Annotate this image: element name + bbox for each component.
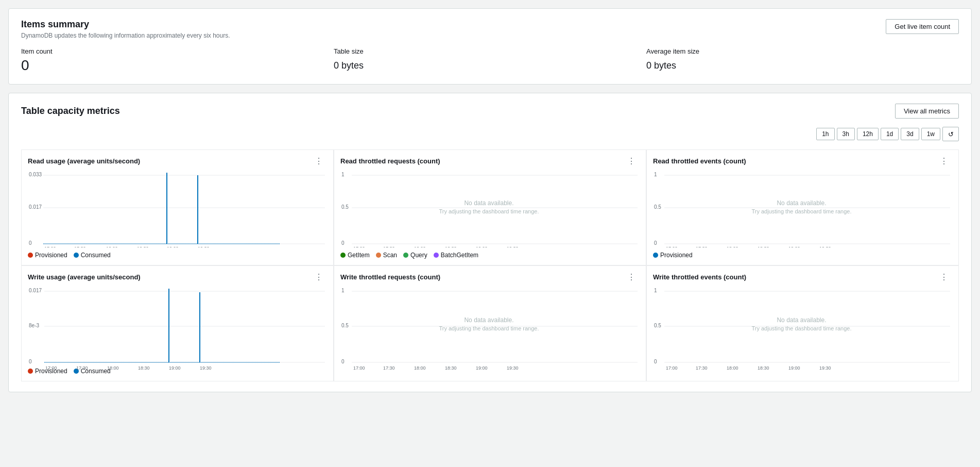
svg-text:19:30: 19:30: [507, 365, 519, 371]
svg-text:17:00: 17:00: [353, 365, 365, 371]
legend-getitem: GetItem: [340, 252, 370, 259]
read-throttled-requests-header: Read throttled requests (count) ⋮: [340, 156, 638, 166]
svg-text:0.5: 0.5: [654, 323, 661, 328]
svg-text:19:00: 19:00: [169, 365, 181, 371]
svg-text:18:00: 18:00: [106, 246, 118, 247]
write-throttled-requests-chart: Write throttled requests (count) ⋮ 1 0.5…: [334, 265, 646, 381]
read-throttled-requests-legend: GetItem Scan Query BatchGetItem: [340, 252, 638, 259]
svg-text:No data available.: No data available.: [464, 199, 513, 207]
write-throttled-events-menu-button[interactable]: ⋮: [938, 272, 950, 282]
table-size-value: 0 bytes: [334, 57, 646, 71]
scan-dot: [376, 253, 381, 258]
time-btn-12h[interactable]: 12h: [857, 128, 879, 140]
item-count-value: 0: [21, 57, 334, 74]
legend-scan: Scan: [376, 252, 397, 259]
svg-text:17:00: 17:00: [44, 246, 56, 247]
svg-text:Try adjusting the dashboard ti: Try adjusting the dashboard time range.: [439, 325, 539, 331]
write-throttled-requests-menu-button[interactable]: ⋮: [625, 272, 638, 282]
time-btn-3d[interactable]: 3d: [901, 128, 919, 140]
query-label: Query: [410, 252, 427, 259]
items-summary-subtitle: DynamoDB updates the following informati…: [21, 32, 230, 39]
read-usage-legend: Provisioned Consumed: [28, 252, 325, 259]
items-metrics-row: Item count 0 Table size 0 bytes Average …: [21, 47, 959, 74]
legend-provisioned: Provisioned: [28, 252, 67, 259]
read-throttled-requests-title: Read throttled requests (count): [340, 157, 440, 165]
avg-item-size-metric: Average item size 0 bytes: [646, 47, 959, 74]
read-throttled-events-menu-button[interactable]: ⋮: [938, 156, 950, 166]
batchgetitem-dot: [434, 253, 439, 258]
read-throttled-requests-svg: 1 0.5 0 17:00 17:30 18:00 18:30 19:00 19…: [340, 170, 638, 247]
svg-text:0.017: 0.017: [29, 288, 42, 293]
svg-text:18:00: 18:00: [727, 246, 738, 247]
getitem-label: GetItem: [348, 252, 370, 259]
read-throttled-requests-chart-area: 1 0.5 0 17:00 17:30 18:00 18:30 19:00 19…: [340, 170, 638, 247]
charts-row-2: Write usage (average units/second) ⋮ 0.0…: [21, 265, 959, 381]
svg-text:0: 0: [654, 240, 657, 246]
consumed-dot: [74, 253, 79, 258]
provisioned-dot: [28, 253, 33, 258]
svg-text:19:00: 19:00: [788, 246, 800, 247]
time-btn-3h[interactable]: 3h: [837, 128, 855, 140]
get-live-item-count-button[interactable]: Get live item count: [886, 19, 959, 34]
write-usage-title: Write usage (average units/second): [28, 273, 141, 281]
write-usage-chart: Write usage (average units/second) ⋮ 0.0…: [21, 265, 334, 381]
time-btn-1w[interactable]: 1w: [921, 128, 940, 140]
time-btn-1d[interactable]: 1d: [881, 128, 899, 140]
provisioned-label: Provisioned: [35, 252, 67, 259]
read-throttled-events-chart-area: 1 0.5 0 17:00 17:30 18:00 18:30 19:00 19…: [653, 170, 950, 247]
scan-label: Scan: [383, 252, 397, 259]
charts-row-1: Read usage (average units/second) ⋮ 0.03…: [21, 149, 959, 265]
read-usage-svg: 0.033 0.017 0 17:00 17:30 18:00 18:30: [28, 170, 325, 247]
write-throttled-requests-chart-area: 1 0.5 0 17:00 17:30 18:00 18:30 19:00 19…: [340, 286, 638, 363]
svg-text:Try adjusting the dashboard ti: Try adjusting the dashboard time range.: [751, 208, 851, 214]
svg-text:No data available.: No data available.: [777, 199, 826, 207]
svg-text:Try adjusting the dashboard ti: Try adjusting the dashboard time range.: [439, 208, 539, 214]
svg-text:17:30: 17:30: [74, 246, 86, 247]
item-count-label: Item count: [21, 47, 334, 55]
svg-text:1: 1: [654, 288, 657, 293]
svg-text:No data available.: No data available.: [777, 316, 826, 324]
svg-text:17:30: 17:30: [76, 365, 88, 371]
svg-text:19:00: 19:00: [476, 365, 488, 371]
read-throttled-events-header: Read throttled events (count) ⋮: [653, 156, 950, 166]
svg-text:18:00: 18:00: [414, 246, 426, 247]
svg-text:8e-3: 8e-3: [29, 323, 39, 328]
write-usage-menu-button[interactable]: ⋮: [313, 272, 325, 282]
charts-section: Read usage (average units/second) ⋮ 0.03…: [21, 149, 959, 381]
svg-text:17:00: 17:00: [666, 246, 678, 247]
svg-text:17:30: 17:30: [383, 365, 395, 371]
svg-text:19:30: 19:30: [819, 246, 831, 247]
write-usage-svg: 0.017 8e-3 0 17:00 17:30 18:00 18:30 19:…: [28, 286, 325, 371]
svg-text:18:30: 18:30: [445, 365, 457, 371]
refresh-button[interactable]: ↺: [942, 127, 959, 141]
write-throttled-events-header: Write throttled events (count) ⋮: [653, 272, 950, 282]
svg-text:18:00: 18:00: [414, 365, 426, 371]
svg-text:No data available.: No data available.: [464, 316, 513, 324]
read-throttled-events-svg: 1 0.5 0 17:00 17:30 18:00 18:30 19:00 19…: [653, 170, 950, 247]
legend-query: Query: [403, 252, 427, 259]
refresh-icon: ↺: [948, 130, 954, 138]
write-throttled-requests-svg: 1 0.5 0 17:00 17:30 18:00 18:30 19:00 19…: [340, 286, 638, 371]
svg-text:18:30: 18:30: [758, 246, 769, 247]
svg-text:18:30: 18:30: [758, 365, 769, 371]
item-count-metric: Item count 0: [21, 47, 334, 74]
svg-text:18:00: 18:00: [107, 365, 119, 371]
svg-text:0.5: 0.5: [654, 204, 661, 210]
legend-consumed: Consumed: [74, 252, 111, 259]
read-usage-menu-button[interactable]: ⋮: [313, 156, 325, 166]
svg-text:1: 1: [341, 288, 345, 293]
time-btn-1h[interactable]: 1h: [816, 128, 834, 140]
read-throttled-requests-menu-button[interactable]: ⋮: [625, 156, 638, 166]
svg-text:19:30: 19:30: [198, 246, 210, 247]
svg-text:17:00: 17:00: [45, 365, 57, 371]
provisioned-events-dot: [653, 253, 658, 258]
view-all-metrics-button[interactable]: View all metrics: [895, 104, 959, 119]
svg-text:0.017: 0.017: [29, 204, 42, 210]
capacity-metrics-header: Table capacity metrics View all metrics: [21, 104, 959, 119]
read-throttled-events-chart: Read throttled events (count) ⋮ 1 0.5 0 …: [646, 149, 959, 265]
batchgetitem-label: BatchGetItem: [441, 252, 478, 259]
write-throttled-requests-header: Write throttled requests (count) ⋮: [340, 272, 638, 282]
read-usage-chart-area: 0.033 0.017 0 17:00 17:30 18:00 18:30: [28, 170, 325, 247]
svg-text:19:30: 19:30: [507, 246, 519, 247]
read-usage-title: Read usage (average units/second): [28, 157, 140, 165]
